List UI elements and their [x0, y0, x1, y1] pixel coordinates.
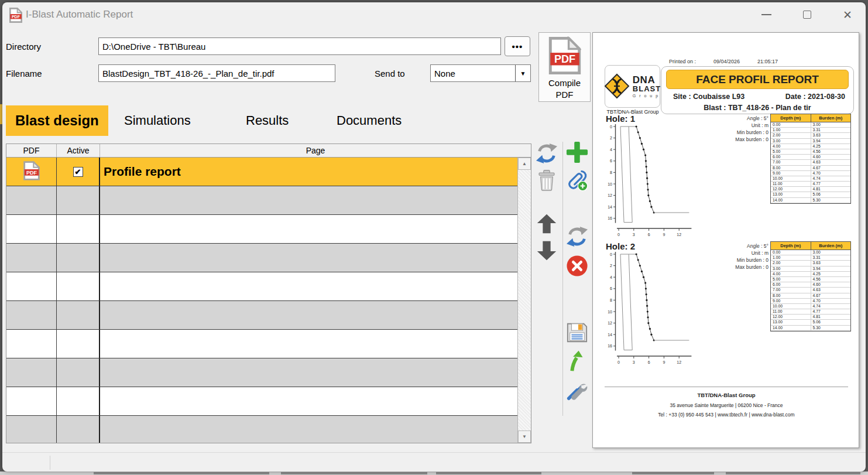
hole-table-row: 3.003.94	[771, 266, 850, 272]
hole-table-row: 14.005.30	[771, 326, 850, 331]
table-header-row: PDF Active Page	[6, 144, 531, 158]
scroll-up-button[interactable]: ▲	[518, 158, 531, 170]
footer-rule	[605, 387, 848, 387]
hole-table-row: 12.004.81	[771, 187, 850, 192]
header-pdf: PDF	[6, 144, 57, 157]
svg-text:2: 2	[610, 136, 612, 140]
title-bar[interactable]: PDF I-Blast Automatic Report ✕	[2, 2, 866, 28]
active-checkbox[interactable]: ✔	[73, 167, 83, 177]
header-active: Active	[57, 144, 100, 157]
angle-label: Angle : 5°	[710, 242, 768, 250]
compile-pdf-label-2: PDF	[556, 89, 574, 101]
printed-on-row: Printed on : 09/04/2026 21:05:17	[669, 59, 778, 64]
tools-button[interactable]	[564, 377, 590, 403]
hole-table-row: 0.003.00	[771, 250, 850, 255]
status-bar	[2, 452, 866, 471]
background-window-strip	[0, 471, 868, 475]
minimize-button[interactable]	[753, 4, 780, 26]
tab-results[interactable]: Results	[246, 105, 289, 136]
table-row-empty[interactable]	[6, 215, 517, 244]
report-title-banner: FACE PROFIL REPORT	[666, 70, 849, 89]
table-row[interactable]: PDF ✔Profile report	[6, 158, 517, 186]
table-row-empty[interactable]	[6, 272, 517, 301]
footer-address: 35 avenue Sainte Marguerite | 06200 Nice…	[593, 402, 860, 408]
add-page-button[interactable]	[564, 139, 590, 165]
svg-text:4: 4	[610, 148, 612, 152]
hole-table-row: 14.005.30	[771, 198, 850, 203]
hole-table-row: 6.004.60	[771, 282, 850, 288]
hole-table-row: 9.004.70	[771, 171, 850, 176]
export-button[interactable]	[564, 348, 590, 374]
hole-table-row: 8.004.67	[771, 293, 850, 299]
hole-table-row: 2.003.63	[771, 133, 850, 138]
tab-blast-design[interactable]: Blast design	[6, 105, 108, 136]
hole-table-row: 13.005.06	[771, 192, 850, 197]
table-row-empty[interactable]	[6, 358, 517, 387]
refresh-button[interactable]	[534, 141, 560, 166]
scroll-down-button[interactable]: ▼	[518, 430, 531, 443]
svg-text:4: 4	[610, 275, 612, 279]
directory-label: Directory	[6, 42, 41, 52]
svg-text:9: 9	[663, 233, 665, 237]
max-burden-label: Max burden : 0	[710, 136, 768, 143]
svg-text:16: 16	[608, 344, 612, 348]
delete-button[interactable]	[534, 168, 560, 193]
table-row-empty[interactable]	[6, 301, 517, 330]
send-to-value: None	[431, 69, 515, 78]
vertical-scrollbar[interactable]: ▲ ▼	[517, 158, 531, 443]
hole-table-header: Burden (m)	[811, 242, 851, 250]
hole-table-row: 3.003.94	[771, 139, 850, 144]
browse-button[interactable]: •••	[505, 36, 530, 56]
table-row-empty[interactable]	[6, 416, 517, 443]
directory-input[interactable]	[98, 37, 501, 55]
svg-text:PDF: PDF	[12, 15, 20, 19]
svg-text:6: 6	[610, 286, 612, 291]
hole-2-data-table: Depth (m)Burden (m)0.003.001.003.312.003…	[770, 241, 851, 332]
close-button[interactable]: ✕	[834, 4, 861, 26]
hole-table-row: 7.004.63	[771, 160, 850, 165]
hole-2-section: Hole: 2 0246810121416036912 Angle : 5° U…	[593, 241, 860, 369]
svg-text:8: 8	[610, 170, 612, 175]
tab-documents[interactable]: Documents	[337, 105, 402, 136]
table-row-empty[interactable]	[6, 186, 517, 215]
maximize-button[interactable]	[794, 4, 821, 26]
svg-text:6: 6	[610, 159, 612, 163]
logo-word-dna: DNA	[633, 75, 661, 85]
svg-text:6: 6	[648, 233, 650, 237]
page-name: Profile report	[104, 165, 181, 179]
hole-1-section: Hole: 1 0246810121416036912 Angle : 5° U…	[593, 114, 860, 241]
tab-simulations[interactable]: Simulations	[124, 105, 191, 136]
pdf-preview-page[interactable]: Printed on : 09/04/2026 21:05:17 DNA BLA…	[592, 32, 859, 448]
printed-time: 21:05:17	[757, 59, 778, 64]
table-row-empty[interactable]	[6, 330, 517, 358]
move-down-button[interactable]	[534, 238, 560, 264]
hole-table-row: 10.004.74	[771, 176, 850, 182]
cancel-button[interactable]	[564, 253, 590, 279]
min-burden-label: Min burden : 0	[710, 129, 768, 136]
screen: PDF I-Blast Automatic Report ✕ Directory…	[0, 0, 868, 475]
minimize-icon	[761, 14, 771, 15]
hole-table-row: 11.004.77	[771, 309, 850, 315]
svg-text:3: 3	[633, 360, 635, 364]
svg-text:6: 6	[648, 360, 650, 364]
table-row-empty[interactable]	[6, 387, 517, 416]
hole-table-row: 11.004.77	[771, 182, 850, 187]
send-to-select[interactable]: None ▼	[430, 64, 531, 82]
chevron-down-icon[interactable]: ▼	[515, 65, 530, 81]
table-row-empty[interactable]	[6, 244, 517, 272]
hole-table-row: 13.005.06	[771, 320, 850, 325]
triangle-down-icon: ▼	[522, 434, 527, 439]
logo-word-blast: BLAST	[633, 85, 661, 93]
save-button[interactable]	[564, 320, 590, 346]
report-footer: TBT/DNA-Blast Group 35 avenue Sainte Mar…	[593, 387, 860, 421]
move-up-button[interactable]	[534, 211, 560, 237]
logo-word-group: G r o u p	[633, 94, 661, 98]
filename-input[interactable]	[98, 64, 335, 82]
attach-button[interactable]	[564, 168, 590, 193]
compile-pdf-button[interactable]: PDF Compile PDF	[538, 32, 591, 102]
hole-1-params: Angle : 5° Unit : m Min burden : 0 Max b…	[710, 115, 768, 143]
svg-text:2: 2	[610, 264, 612, 268]
refresh-preview-button[interactable]	[564, 224, 590, 250]
pdf-app-icon: PDF	[9, 8, 22, 25]
toolbar-divider	[562, 142, 563, 416]
